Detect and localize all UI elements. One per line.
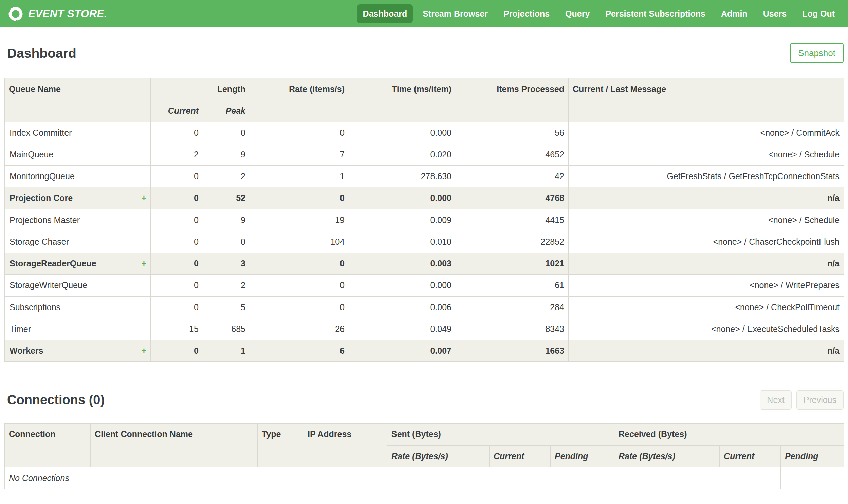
snapshot-button[interactable]: Snapshot — [790, 43, 844, 63]
queue-peak-cell: 3 — [203, 253, 250, 274]
queue-row: MainQueue 2 9 7 0.020 4652 <none> / Sche… — [5, 144, 844, 165]
queue-message-cell: <none> / Schedule — [569, 209, 844, 231]
queue-message-cell: <none> / WritePrepares — [569, 274, 844, 296]
col-sent-bytes: Sent (Bytes) — [387, 424, 614, 445]
queue-row: Index Committer 0 0 0 0.000 56 <none> / … — [5, 122, 844, 144]
queue-peak-cell: 2 — [203, 166, 250, 187]
queue-rate-cell: 26 — [250, 318, 349, 340]
col-time: Time (ms/item) — [349, 78, 456, 122]
col-message: Current / Last Message — [569, 78, 844, 122]
col-client-connection-name: Client Connection Name — [91, 424, 258, 467]
expand-plus-icon[interactable]: + — [141, 345, 146, 356]
queue-items-cell: 4415 — [456, 209, 569, 231]
page-title: Dashboard — [7, 46, 76, 61]
queue-current-cell: 0 — [151, 253, 203, 274]
col-length: Length — [151, 78, 250, 100]
queue-peak-cell: 0 — [203, 122, 250, 144]
queue-current-cell: 0 — [151, 296, 203, 318]
nav-persistent-subscriptions[interactable]: Persistent Subscriptions — [599, 4, 711, 23]
col-length-current: Current — [151, 100, 203, 122]
queue-peak-cell: 2 — [203, 274, 250, 296]
queue-current-cell: 2 — [151, 144, 203, 165]
queue-items-cell: 284 — [456, 296, 569, 318]
brand[interactable]: EVENT STORE. — [7, 6, 107, 22]
previous-button[interactable]: Previous — [796, 390, 844, 410]
queue-message-cell: <none> / Schedule — [569, 144, 844, 165]
col-received-pending: Pending — [781, 445, 844, 467]
queue-rate-cell: 0 — [250, 187, 349, 209]
queue-message-cell: n/a — [569, 253, 844, 274]
connections-header: Connections (0) Next Previous — [7, 390, 844, 410]
queue-items-cell: 42 — [456, 166, 569, 187]
queue-peak-cell: 9 — [203, 144, 250, 165]
col-length-peak: Peak — [203, 100, 250, 122]
top-navbar: EVENT STORE. Dashboard Stream Browser Pr… — [0, 0, 848, 28]
nav-query[interactable]: Query — [559, 4, 595, 23]
nav-admin[interactable]: Admin — [715, 4, 753, 23]
queue-rate-cell: 0 — [250, 122, 349, 144]
connections-pager: Next Previous — [760, 390, 844, 410]
queue-group-row: Projection Core + 0 52 0 0.000 4768 n/a — [5, 187, 844, 209]
nav-projections[interactable]: Projections — [498, 4, 555, 23]
queue-peak-cell: 52 — [203, 187, 250, 209]
expand-plus-icon[interactable]: + — [141, 193, 146, 203]
col-sent-current: Current — [489, 445, 551, 467]
col-received-current: Current — [720, 445, 781, 467]
queue-current-cell: 0 — [151, 274, 203, 296]
queue-time-cell: 0.003 — [349, 253, 456, 274]
col-sent-pending: Pending — [551, 445, 614, 467]
queue-time-cell: 0.009 — [349, 209, 456, 231]
col-type: Type — [258, 424, 304, 467]
col-items-processed: Items Processed — [456, 78, 569, 122]
queues-table: Queue Name Length Rate (items/s) Time (m… — [4, 78, 844, 362]
queue-items-cell: 1021 — [456, 253, 569, 274]
queue-name-cell: Projections Master — [5, 209, 151, 231]
queue-rate-cell: 104 — [250, 231, 349, 252]
no-connections-row: No Connections — [5, 467, 844, 489]
queue-time-cell: 0.049 — [349, 318, 456, 340]
queue-items-cell: 61 — [456, 274, 569, 296]
queue-items-cell: 1663 — [456, 340, 569, 362]
queue-name-cell: Storage Chaser — [5, 231, 151, 252]
queue-peak-cell: 0 — [203, 231, 250, 252]
queue-current-cell: 0 — [151, 231, 203, 252]
col-ip-address: IP Address — [304, 424, 387, 467]
nav-dashboard[interactable]: Dashboard — [357, 4, 413, 23]
queue-row: Subscriptions 0 5 0 0.006 284 <none> / C… — [5, 296, 844, 318]
queue-name-cell: StorageReaderQueue + — [5, 253, 151, 274]
nav-log-out[interactable]: Log Out — [796, 4, 841, 23]
nav-stream-browser[interactable]: Stream Browser — [417, 4, 493, 23]
queue-time-cell: 0.000 — [349, 122, 456, 144]
queue-name: StorageReaderQueue — [10, 258, 96, 269]
queue-name-cell: Timer — [5, 318, 151, 340]
queue-peak-cell: 1 — [203, 340, 250, 362]
queue-name-cell: MonitoringQueue — [5, 166, 151, 187]
queues-header-row: Queue Name Length Rate (items/s) Time (m… — [5, 78, 844, 100]
queue-current-cell: 0 — [151, 166, 203, 187]
col-received-bytes: Received (Bytes) — [614, 424, 844, 445]
queue-current-cell: 0 — [151, 340, 203, 362]
queue-name-cell: Subscriptions — [5, 296, 151, 318]
queue-items-cell: 56 — [456, 122, 569, 144]
next-button[interactable]: Next — [760, 390, 791, 410]
queue-peak-cell: 5 — [203, 296, 250, 318]
col-received-rate: Rate (Bytes/s) — [614, 445, 720, 467]
expand-plus-icon[interactable]: + — [141, 258, 146, 269]
no-connections-message: No Connections — [5, 467, 781, 489]
queue-current-cell: 0 — [151, 187, 203, 209]
nav-users[interactable]: Users — [757, 4, 793, 23]
queue-message-cell: <none> / CheckPollTimeout — [569, 296, 844, 318]
queue-time-cell: 0.020 — [349, 144, 456, 165]
queue-group-row: Workers + 0 1 6 0.007 1663 n/a — [5, 340, 844, 362]
queue-rate-cell: 0 — [250, 253, 349, 274]
connections-header-row: Connection Client Connection Name Type I… — [5, 424, 844, 445]
queue-name-cell: Projection Core + — [5, 187, 151, 209]
queue-peak-cell: 9 — [203, 209, 250, 231]
queue-message-cell: GetFreshStats / GetFreshTcpConnectionSta… — [569, 166, 844, 187]
queue-rate-cell: 6 — [250, 340, 349, 362]
page-header: Dashboard Snapshot — [0, 28, 848, 78]
queue-message-cell: <none> / CommitAck — [569, 122, 844, 144]
queue-items-cell: 22852 — [456, 231, 569, 252]
queue-peak-cell: 685 — [203, 318, 250, 340]
queue-name-cell: MainQueue — [5, 144, 151, 165]
